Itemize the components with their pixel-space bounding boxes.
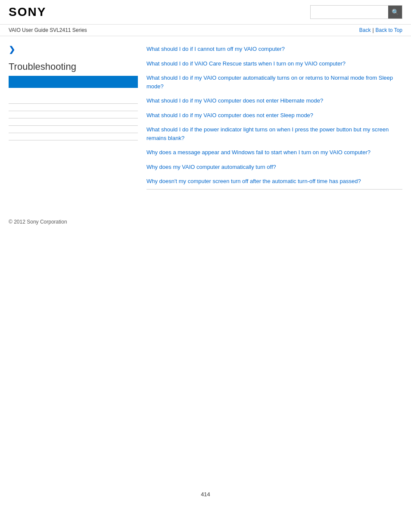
nav-bar: VAIO User Guide SVL2411 Series Back | Ba… bbox=[0, 25, 411, 36]
sidebar-highlight bbox=[9, 76, 138, 88]
nav-links: Back | Back to Top bbox=[359, 27, 402, 33]
content-link-4[interactable]: What should I do if my VAIO computer doe… bbox=[146, 96, 402, 105]
content-link-3[interactable]: What should I do if my VAIO computer aut… bbox=[146, 74, 402, 90]
content-link-1[interactable]: What should I do if I cannot turn off my… bbox=[146, 45, 402, 53]
content-links: What should I do if I cannot turn off my… bbox=[146, 45, 402, 186]
content-link-8[interactable]: Why does my VAIO computer automatically … bbox=[146, 163, 402, 171]
content-link-9[interactable]: Why doesn't my computer screen turn off … bbox=[146, 177, 402, 186]
sidebar-title: Troubleshooting bbox=[9, 61, 138, 72]
sidebar-links bbox=[9, 96, 138, 140]
search-icon: 🔍 bbox=[392, 9, 399, 16]
header: SONY 🔍 bbox=[0, 0, 411, 25]
page-number: 414 bbox=[0, 482, 411, 506]
content-link-6[interactable]: What should I do if the power indicator … bbox=[146, 125, 402, 142]
sidebar-link-3[interactable] bbox=[9, 111, 138, 118]
sidebar-link-2[interactable] bbox=[9, 104, 138, 111]
content-link-2[interactable]: What should I do if VAIO Care Rescue sta… bbox=[146, 59, 402, 68]
sidebar-link-5[interactable] bbox=[9, 126, 138, 133]
copyright-text: © 2012 Sony Corporation bbox=[9, 219, 67, 225]
content-bottom-divider bbox=[146, 189, 402, 190]
sidebar: ❯ Troubleshooting bbox=[9, 45, 138, 193]
guide-title: VAIO User Guide SVL2411 Series bbox=[9, 27, 87, 33]
back-link[interactable]: Back bbox=[359, 27, 371, 33]
search-input[interactable] bbox=[311, 6, 388, 19]
search-button[interactable]: 🔍 bbox=[388, 6, 402, 19]
sidebar-link-6[interactable] bbox=[9, 133, 138, 140]
content-link-7[interactable]: Why does a message appear and Windows fa… bbox=[146, 148, 402, 157]
search-container: 🔍 bbox=[310, 5, 402, 19]
sidebar-link-1[interactable] bbox=[9, 96, 138, 104]
back-to-top-link[interactable]: Back to Top bbox=[376, 27, 402, 33]
sony-logo: SONY bbox=[9, 5, 46, 19]
footer: © 2012 Sony Corporation bbox=[0, 202, 411, 233]
content-area: What should I do if I cannot turn off my… bbox=[146, 45, 402, 193]
sidebar-link-4[interactable] bbox=[9, 118, 138, 126]
sidebar-chevron-icon: ❯ bbox=[9, 45, 138, 54]
nav-separator: | bbox=[372, 27, 374, 33]
content-link-5[interactable]: What should I do if my VAIO computer doe… bbox=[146, 111, 402, 120]
main-content: ❯ Troubleshooting What should I do if I … bbox=[0, 36, 411, 202]
